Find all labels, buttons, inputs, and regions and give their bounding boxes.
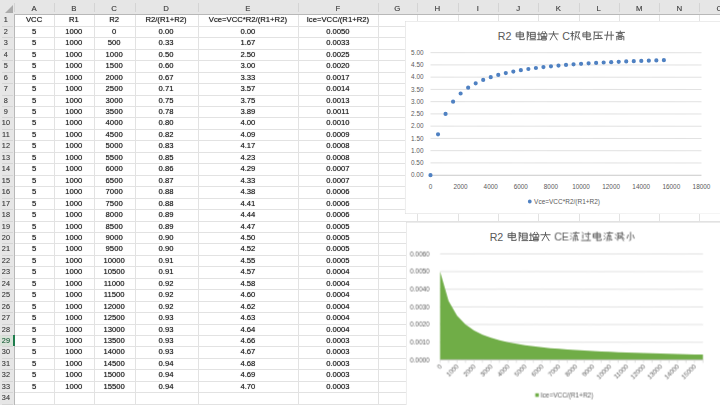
svg-text:16000: 16000 bbox=[663, 183, 681, 190]
svg-text:3.50: 3.50 bbox=[411, 86, 424, 93]
svg-text:0.0000: 0.0000 bbox=[410, 356, 430, 363]
svg-text:14000: 14000 bbox=[633, 183, 651, 190]
svg-text:1.50: 1.50 bbox=[411, 135, 424, 142]
svg-text:2000: 2000 bbox=[454, 183, 469, 190]
svg-text:0.0040: 0.0040 bbox=[410, 285, 430, 292]
svg-text:2.50: 2.50 bbox=[411, 110, 424, 117]
svg-text:CE: CE bbox=[554, 230, 569, 242]
svg-text:0.00: 0.00 bbox=[411, 172, 424, 179]
svg-text:0.0010: 0.0010 bbox=[410, 338, 430, 345]
svg-text:1.00: 1.00 bbox=[411, 147, 424, 154]
svg-text:8000: 8000 bbox=[544, 183, 559, 190]
svg-text:R2: R2 bbox=[498, 30, 512, 42]
svg-text:4000: 4000 bbox=[484, 183, 499, 190]
svg-text:R2: R2 bbox=[490, 230, 504, 242]
svg-text:5.00: 5.00 bbox=[411, 49, 424, 56]
svg-text:0.50: 0.50 bbox=[411, 159, 424, 166]
svg-text:0.0050: 0.0050 bbox=[410, 267, 430, 274]
svg-text:0.0020: 0.0020 bbox=[410, 320, 430, 327]
svg-text:2.00: 2.00 bbox=[411, 123, 424, 130]
svg-text:12000: 12000 bbox=[602, 183, 620, 190]
svg-text:6000: 6000 bbox=[514, 183, 529, 190]
svg-text:0.0060: 0.0060 bbox=[410, 250, 430, 257]
svg-text:0.0030: 0.0030 bbox=[410, 303, 430, 310]
svg-text:18000: 18000 bbox=[693, 183, 711, 190]
svg-text:4.00: 4.00 bbox=[411, 74, 424, 81]
svg-text:10000: 10000 bbox=[572, 183, 590, 190]
svg-text:Ice=VCC/(R1+R2): Ice=VCC/(R1+R2) bbox=[541, 391, 594, 399]
svg-text:3.00: 3.00 bbox=[411, 98, 424, 105]
svg-text:C: C bbox=[562, 30, 570, 42]
svg-text:4.50: 4.50 bbox=[411, 61, 424, 68]
